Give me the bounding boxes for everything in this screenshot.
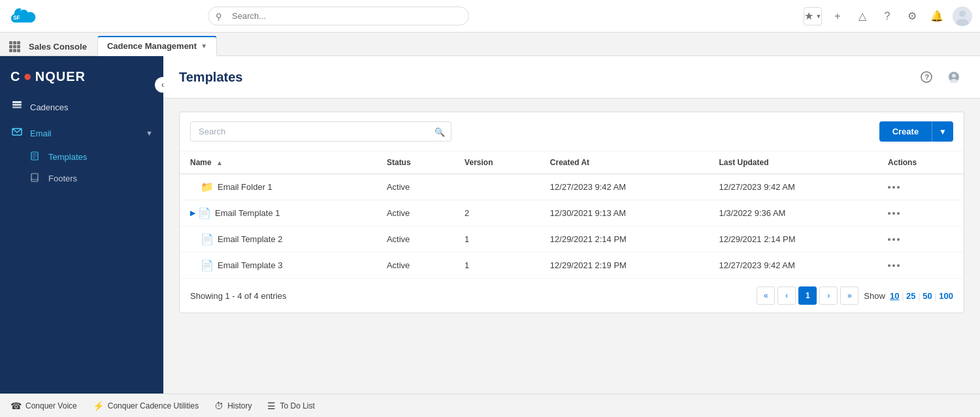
sidebar-templates-label: Templates: [48, 152, 87, 162]
row-actions-button[interactable]: [888, 186, 953, 189]
svg-rect-11: [13, 49, 16, 52]
top-search-input[interactable]: [208, 7, 469, 25]
row-status: Active: [376, 226, 454, 253]
page-next-button[interactable]: ›: [819, 286, 838, 305]
templates-table: Name ▲ Status Version Created At Last Up…: [180, 151, 964, 278]
row-status: Active: [376, 253, 454, 279]
row-expander-button[interactable]: ▶: [190, 209, 195, 217]
row-actions-cell: [877, 253, 964, 279]
app-launcher-button[interactable]: [8, 40, 21, 53]
tab-bar: Sales Console Cadence Management ▼: [0, 33, 980, 56]
chevron-icon: ▼: [816, 13, 822, 20]
page-first-button[interactable]: «: [757, 286, 775, 305]
table-row: 📄 Email Template 2 Active 1 12/29/2021 2…: [180, 226, 964, 253]
sidebar-item-cadences[interactable]: Cadences: [0, 94, 163, 120]
row-name: Email Template 1: [215, 208, 280, 218]
clock-icon: ⏱: [214, 401, 223, 411]
sidebar-item-email[interactable]: Email ▼: [0, 120, 163, 146]
add-icon[interactable]: +: [828, 7, 847, 25]
help-circle-button[interactable]: ?: [916, 67, 937, 87]
row-actions-button[interactable]: [888, 212, 953, 215]
tab-cadence-management[interactable]: Cadence Management ▼: [97, 36, 217, 56]
sidebar-cadences-label: Cadences: [30, 102, 69, 112]
show-100-option[interactable]: 100: [939, 291, 953, 301]
trailhead-icon[interactable]: △: [853, 7, 872, 25]
layers-icon: [10, 100, 24, 114]
svg-rect-9: [17, 45, 20, 48]
table-row: 📄 Email Template 3 Active 1 12/29/2021 2…: [180, 253, 964, 279]
top-nav: SF ⚲ ★ ▼ + △ ? ⚙ 🔔: [0, 0, 980, 33]
row-created-at: 12/29/2021 2:14 PM: [540, 226, 709, 253]
row-name: Email Template 3: [218, 260, 282, 270]
page-last-button[interactable]: »: [840, 286, 858, 305]
sidebar-item-footers[interactable]: Footers: [0, 168, 163, 189]
top-nav-right: ★ ▼ + △ ? ⚙ 🔔: [804, 7, 972, 26]
phone-icon: ☎: [10, 401, 22, 411]
show-25-option[interactable]: 25: [906, 291, 915, 301]
showing-text: Showing 1 - 4 of 4 entries: [190, 291, 286, 301]
page-number-1[interactable]: 1: [798, 286, 817, 305]
row-version: 2: [454, 200, 540, 226]
footers-icon: [30, 173, 42, 184]
row-actions-cell: [877, 226, 964, 253]
bottom-cadence-utilities[interactable]: ⚡ Conquer Cadence Utilities: [93, 401, 199, 411]
table-row: 📁 Email Folder 1 Active 12/27/2023 9:42 …: [180, 174, 964, 200]
row-actions-button[interactable]: [888, 264, 953, 267]
row-name: Email Folder 1: [218, 182, 272, 192]
col-version: Version: [454, 151, 540, 174]
table-header: Name ▲ Status Version Created At Last Up…: [180, 151, 964, 174]
bottom-conquer-voice[interactable]: ☎ Conquer Voice: [10, 401, 77, 411]
row-version: 1: [454, 226, 540, 253]
bottom-to-do-list[interactable]: ☰ To Do List: [267, 401, 314, 411]
col-status: Status: [376, 151, 454, 174]
create-dropdown-icon: ▼: [939, 127, 947, 136]
svg-rect-21: [31, 174, 38, 181]
doc-icon: 📄: [198, 207, 211, 219]
create-dropdown-button[interactable]: ▼: [932, 121, 953, 142]
pagination-controls-wrap: « ‹ 1 › » Show 10 | 25 | 50: [757, 286, 953, 305]
user-profile-button[interactable]: [943, 67, 964, 87]
template-doc-icon: [30, 151, 42, 162]
row-name-cell: 📄 Email Template 3: [180, 253, 376, 279]
row-actions-cell: [877, 200, 964, 226]
to-do-list-label: To Do List: [280, 401, 314, 410]
row-name-cell: 📁 Email Folder 1: [180, 174, 376, 200]
svg-point-2: [959, 10, 966, 17]
svg-rect-8: [13, 45, 16, 48]
email-icon: [10, 127, 24, 140]
settings-icon[interactable]: ⚙: [903, 7, 921, 25]
tab-chevron-icon: ▼: [201, 42, 207, 50]
sidebar-item-templates[interactable]: Templates: [0, 146, 163, 168]
page-prev-button[interactable]: ‹: [777, 286, 796, 305]
notifications-icon[interactable]: 🔔: [928, 7, 946, 25]
show-50-option[interactable]: 50: [923, 291, 932, 301]
bottom-bar: ☎ Conquer Voice ⚡ Conquer Cadence Utilit…: [0, 394, 980, 417]
cadence-utilities-label: Conquer Cadence Utilities: [108, 401, 199, 410]
table-row: ▶ 📄 Email Template 1 Active 2 12/30/2021…: [180, 200, 964, 226]
row-name: Email Template 2: [218, 234, 282, 244]
show-10-option[interactable]: 10: [890, 291, 899, 301]
table-body: 📁 Email Folder 1 Active 12/27/2023 9:42 …: [180, 174, 964, 279]
email-chevron-icon: ▼: [146, 129, 153, 137]
row-created-at: 12/27/2023 9:42 AM: [540, 174, 709, 200]
page-header-actions: ?: [916, 67, 964, 87]
row-actions-button[interactable]: [888, 238, 953, 241]
sales-console-label: Sales Console: [29, 42, 87, 52]
row-version: [454, 174, 540, 200]
help-icon[interactable]: ?: [878, 7, 896, 25]
avatar[interactable]: [953, 7, 972, 26]
conquer-voice-label: Conquer Voice: [25, 401, 77, 410]
pagination-row: Showing 1 - 4 of 4 entries « ‹ 1 › » Sho…: [180, 278, 964, 313]
svg-rect-7: [9, 45, 12, 48]
bottom-history[interactable]: ⏱ History: [214, 401, 252, 411]
favorites-button[interactable]: ★ ▼: [804, 7, 822, 25]
search-icon: 🔍: [434, 127, 445, 136]
create-button[interactable]: Create: [879, 121, 932, 142]
pagination-controls: « ‹ 1 › »: [757, 286, 858, 305]
col-created-at: Created At: [540, 151, 709, 174]
folder-icon: 📁: [201, 181, 214, 193]
salesforce-logo: SF: [8, 7, 37, 26]
row-last-updated: 12/27/2023 9:42 AM: [708, 253, 877, 279]
templates-search-input[interactable]: [190, 121, 451, 142]
svg-rect-10: [9, 49, 12, 52]
